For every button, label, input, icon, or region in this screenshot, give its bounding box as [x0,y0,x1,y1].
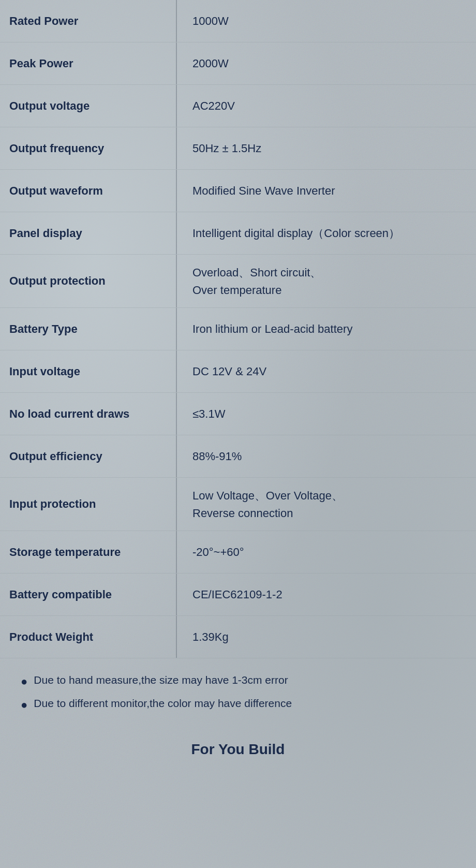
spec-label: Output protection [0,255,176,307]
spec-row: Output frequency50Hz ± 1.5Hz [0,127,476,170]
spec-label: Output waveform [0,170,176,212]
spec-value: CE/IEC62109-1-2 [177,573,476,615]
spec-label: Input voltage [0,350,176,392]
spec-table: Rated Power1000WPeak Power2000WOutput vo… [0,0,476,658]
spec-value: 88%-91% [177,435,476,477]
spec-label: Peak Power [0,42,176,84]
spec-label: Product Weight [0,616,176,658]
spec-row: Output voltageAC220V [0,85,476,127]
spec-value: -20°~+60° [177,531,476,573]
spec-row: Input voltageDC 12V & 24V [0,350,476,393]
spec-row: Rated Power1000W [0,0,476,42]
spec-value: Overload、Short circuit、Over temperature [177,255,476,307]
spec-row: Peak Power2000W [0,42,476,85]
spec-value: Modified Sine Wave Inverter [177,170,476,212]
notes-section: ●Due to hand measure,the size may have 1… [0,658,476,731]
spec-label: Battery compatible [0,573,176,615]
note-bullet: ● [21,674,27,690]
spec-row: Battery compatibleCE/IEC62109-1-2 [0,573,476,616]
spec-value: Intelligent digital display（Color screen… [177,212,476,254]
spec-label: Input protection [0,478,176,531]
spec-value: DC 12V & 24V [177,350,476,392]
spec-row: Output efficiency88%-91% [0,435,476,478]
spec-row: Input protectionLow Voltage、Over Voltage… [0,478,476,531]
spec-value: 50Hz ± 1.5Hz [177,127,476,169]
note-text: Due to hand measure,the size may have 1-… [34,674,288,686]
spec-label: Storage temperature [0,531,176,573]
spec-label: Panel display [0,212,176,254]
spec-value: 1.39Kg [177,616,476,658]
spec-value: 2000W [177,42,476,84]
spec-row: Product Weight1.39Kg [0,616,476,658]
note-item: ●Due to different monitor,the color may … [21,697,455,713]
spec-row: No load current draws≤3.1W [0,393,476,435]
spec-label: Output frequency [0,127,176,169]
footer-brand: For You Build [0,731,476,773]
spec-label: Rated Power [0,0,176,42]
spec-value: 1000W [177,0,476,42]
spec-row: Output protectionOverload、Short circuit、… [0,255,476,308]
spec-row: Output waveformModified Sine Wave Invert… [0,170,476,212]
spec-label: Output voltage [0,85,176,127]
note-text: Due to different monitor,the color may h… [34,697,292,710]
note-item: ●Due to hand measure,the size may have 1… [21,674,455,690]
note-bullet: ● [21,697,27,713]
spec-row: Battery TypeIron lithium or Lead-acid ba… [0,308,476,350]
spec-value: Low Voltage、Over Voltage、Reverse connect… [177,478,476,531]
spec-value: ≤3.1W [177,393,476,435]
spec-label: Battery Type [0,308,176,350]
spec-row: Panel displayIntelligent digital display… [0,212,476,255]
spec-value: AC220V [177,85,476,127]
spec-row: Storage temperature-20°~+60° [0,531,476,573]
spec-value: Iron lithium or Lead-acid battery [177,308,476,350]
spec-label: No load current draws [0,393,176,435]
spec-label: Output efficiency [0,435,176,477]
